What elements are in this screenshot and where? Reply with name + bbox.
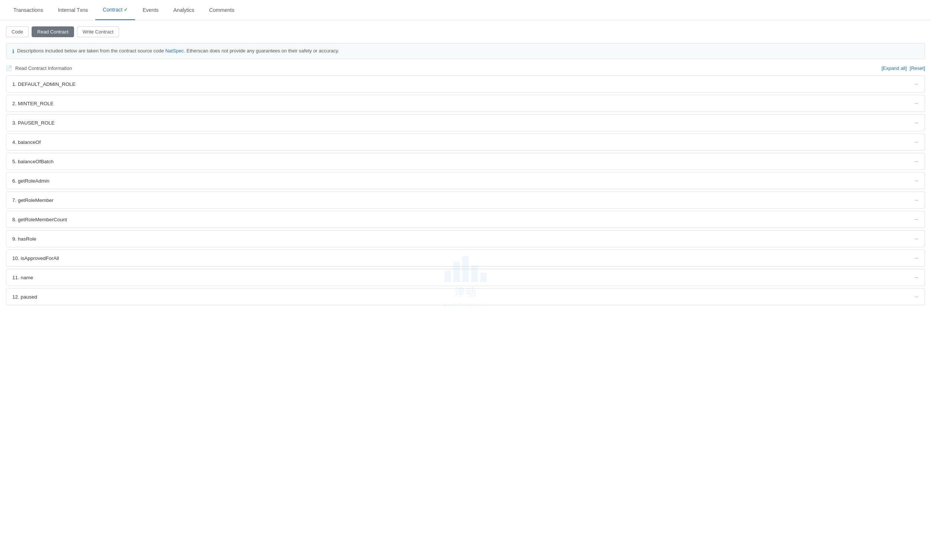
arrow-icon: → (914, 178, 919, 184)
arrow-icon: → (914, 139, 919, 145)
sub-tab-code[interactable]: Code (6, 26, 29, 37)
contract-list: 1. DEFAULT_ADMIN_ROLE → 2. MINTER_ROLE →… (6, 75, 925, 305)
tab-events[interactable]: Events (135, 0, 166, 20)
arrow-icon: → (914, 158, 919, 165)
info-banner-text: Descriptions included below are taken fr… (17, 48, 339, 54)
tabs-bar: TransactionsInternal TxnsContract✔Events… (0, 0, 931, 20)
section-actions: [Expand all] [Reset] (882, 65, 925, 71)
contract-item-label: 6. getRoleAdmin (12, 178, 49, 184)
sub-tab-read-contract[interactable]: Read Contract (32, 26, 74, 37)
contract-item-12[interactable]: 12. paused → (6, 288, 925, 305)
contract-item-label: 10. isApprovedForAll (12, 255, 59, 261)
arrow-icon: → (914, 197, 919, 203)
arrow-icon: → (914, 274, 919, 280)
contract-item-label: 8. getRoleMemberCount (12, 217, 67, 222)
contract-item-7[interactable]: 7. getRoleMember → (6, 191, 925, 209)
contract-item-1[interactable]: 1. DEFAULT_ADMIN_ROLE → (6, 75, 925, 92)
section-title-text: Read Contract Information (15, 65, 72, 71)
tab-internal-txns[interactable]: Internal Txns (51, 0, 96, 20)
contract-item-label: 7. getRoleMember (12, 197, 54, 203)
contract-item-label: 2. MINTER_ROLE (12, 101, 54, 106)
sub-tabs: CodeRead ContractWrite Contract (6, 26, 925, 37)
contract-item-label: 3. PAUSER_ROLE (12, 120, 55, 126)
contract-item-5[interactable]: 5. balanceOfBatch → (6, 153, 925, 170)
arrow-icon: → (914, 236, 919, 242)
contract-item-label: 11. name (12, 275, 33, 280)
contract-item-2[interactable]: 2. MINTER_ROLE → (6, 95, 925, 112)
natspec-link[interactable]: NatSpec (165, 48, 184, 54)
contract-item-8[interactable]: 8. getRoleMemberCount → (6, 211, 925, 228)
contract-item-11[interactable]: 11. name → (6, 269, 925, 286)
contract-item-9[interactable]: 9. hasRole → (6, 230, 925, 247)
tab-comments[interactable]: Comments (202, 0, 242, 20)
arrow-icon: → (914, 216, 919, 222)
contract-item-3[interactable]: 3. PAUSER_ROLE → (6, 114, 925, 131)
reset-link[interactable]: [Reset] (910, 65, 925, 71)
tab-transactions[interactable]: Transactions (6, 0, 51, 20)
tab-analytics[interactable]: Analytics (166, 0, 202, 20)
contract-item-4[interactable]: 4. balanceOf → (6, 134, 925, 151)
info-banner: ℹ Descriptions included below are taken … (6, 43, 925, 59)
document-icon: 📄 (6, 65, 12, 71)
verified-icon: ✔ (124, 7, 128, 12)
expand-all-link[interactable]: [Expand all] (882, 65, 907, 71)
arrow-icon: → (914, 81, 919, 87)
arrow-icon: → (914, 294, 919, 300)
sub-tab-write-contract[interactable]: Write Contract (77, 26, 119, 37)
info-icon: ℹ (12, 48, 14, 54)
arrow-icon: → (914, 120, 919, 126)
contract-item-label: 4. balanceOf (12, 140, 41, 145)
contract-item-10[interactable]: 10. isApprovedForAll → (6, 249, 925, 267)
section-title: 📄 Read Contract Information (6, 65, 72, 71)
content-area: CodeRead ContractWrite Contract ℹ Descri… (0, 20, 931, 311)
contract-item-label: 5. balanceOfBatch (12, 159, 54, 165)
section-header: 📄 Read Contract Information [Expand all]… (6, 65, 925, 71)
contract-item-label: 9. hasRole (12, 236, 37, 242)
arrow-icon: → (914, 100, 919, 106)
contract-item-label: 1. DEFAULT_ADMIN_ROLE (12, 82, 76, 87)
tab-contract[interactable]: Contract✔ (95, 0, 135, 20)
contract-item-6[interactable]: 6. getRoleAdmin → (6, 172, 925, 189)
contract-item-label: 12. paused (12, 294, 37, 300)
arrow-icon: → (914, 255, 919, 261)
